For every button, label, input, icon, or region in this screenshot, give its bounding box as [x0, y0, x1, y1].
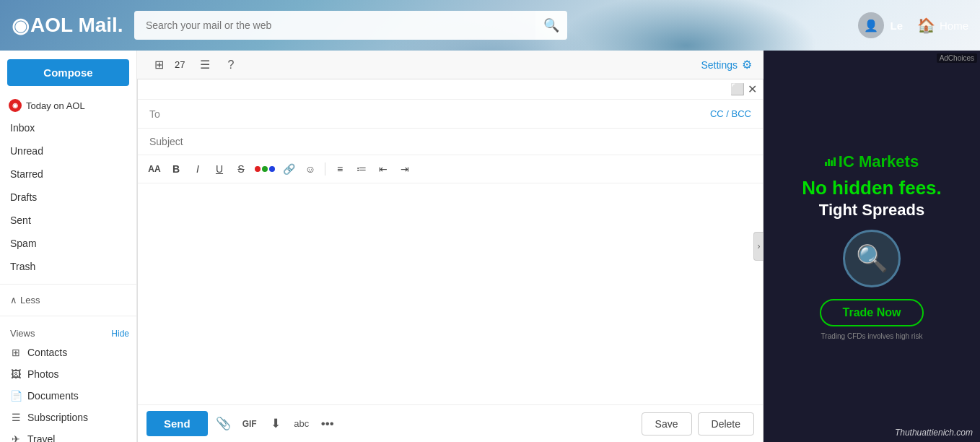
compose-button[interactable]: Compose: [7, 59, 129, 86]
trash-label: Trash: [10, 261, 35, 272]
ic-markets-bar-icon: [825, 157, 836, 166]
views-label: Views: [10, 328, 35, 339]
header: ◉ AOL Mail. 🔍 👤 Le 🏠 Home: [0, 0, 980, 51]
compose-footer: Send 📎 GIF ⬇ abc ••• Save Delete: [138, 404, 763, 442]
travel-icon: ✈: [10, 433, 22, 442]
chevron-up-icon: ∧: [10, 295, 17, 306]
toolbar-row: ⊞ 27 ☰ ? Settings ⚙: [137, 51, 764, 79]
italic-button[interactable]: I: [188, 160, 207, 178]
sidebar-item-sent[interactable]: Sent: [0, 209, 136, 232]
toolbar-icon-list[interactable]: ☰: [195, 55, 215, 75]
compose-body[interactable]: [138, 183, 763, 404]
align-left-button[interactable]: ≡: [331, 160, 349, 178]
settings-label: Settings: [701, 59, 738, 71]
delete-button[interactable]: Delete: [698, 412, 754, 436]
sidebar-item-documents[interactable]: 📄 Documents: [0, 385, 136, 407]
home-link[interactable]: 🏠 Home: [917, 17, 968, 34]
drafts-label: Drafts: [10, 191, 37, 203]
views-header: Views Hide: [0, 322, 136, 342]
subject-input[interactable]: [149, 129, 751, 155]
sidebar-item-contacts[interactable]: ⊞ Contacts: [0, 342, 136, 363]
subscriptions-icon: ☰: [10, 412, 22, 423]
bar1: [825, 162, 827, 166]
signature-button[interactable]: abc: [292, 414, 312, 434]
photos-icon: 🖼: [10, 368, 22, 380]
sidebar-item-subscriptions[interactable]: ☰ Subscriptions: [0, 407, 136, 428]
bold-button[interactable]: B: [167, 160, 185, 178]
to-input[interactable]: [171, 103, 710, 126]
maximize-button[interactable]: ⬜: [730, 82, 745, 96]
sidebar-item-photos[interactable]: 🖼 Photos: [0, 363, 136, 385]
bar4: [834, 157, 836, 166]
toolbar-icon-help[interactable]: ?: [221, 55, 241, 75]
aol-circle-icon: ◉: [12, 14, 29, 38]
close-button[interactable]: ✕: [748, 82, 757, 96]
indent-increase-button[interactable]: ⇥: [395, 160, 414, 178]
compose-window: ⬜ ✕ To CC / BCC AA B I U S: [137, 79, 764, 442]
indent-decrease-button[interactable]: ⇤: [374, 160, 393, 178]
panel-toggle-button[interactable]: ›: [753, 232, 764, 261]
underline-button[interactable]: U: [210, 160, 229, 178]
toolbar-icon-grid[interactable]: ⊞: [149, 55, 169, 75]
contacts-label: Contacts: [27, 347, 67, 358]
subscriptions-label: Subscriptions: [27, 412, 88, 423]
search-button[interactable]: 🔍: [535, 11, 567, 40]
user-area[interactable]: 👤 Le: [858, 12, 903, 38]
strikethrough-button[interactable]: S: [232, 160, 250, 178]
unread-label: Unread: [10, 145, 43, 157]
today-aol-label: Today on AOL: [26, 100, 85, 111]
sidebar-item-today-aol[interactable]: ◉ Today on AOL: [0, 95, 136, 116]
ad-disclaimer: Trading CFDs involves high risk: [821, 332, 923, 340]
sidebar-item-unread[interactable]: Unread: [0, 139, 136, 162]
inbox-label: Inbox: [10, 122, 35, 134]
link-button[interactable]: 🔗: [279, 160, 298, 178]
documents-icon: 📄: [10, 390, 22, 402]
color-dot-red: [255, 166, 261, 172]
sidebar-item-trash[interactable]: Trash: [0, 255, 136, 278]
color-picker[interactable]: [253, 166, 276, 172]
sidebar-item-travel[interactable]: ✈ Travel: [0, 428, 136, 442]
search-bar: 🔍: [134, 11, 567, 40]
contacts-icon: ⊞: [10, 347, 22, 358]
emoji-button[interactable]: ☺: [301, 160, 320, 178]
attachment-icon[interactable]: 📎: [214, 414, 234, 434]
sidebar-item-inbox[interactable]: Inbox: [0, 116, 136, 139]
sidebar-item-starred[interactable]: Starred: [0, 162, 136, 186]
gif-button[interactable]: GIF: [240, 414, 260, 434]
color-dot-blue: [269, 166, 275, 172]
subject-row: [138, 129, 763, 155]
less-label: Less: [20, 295, 40, 306]
home-label: Home: [940, 20, 968, 32]
travel-label: Travel: [27, 433, 55, 442]
to-row: To CC / BCC: [138, 100, 763, 129]
insert-button[interactable]: ⬇: [266, 414, 286, 434]
aol-logo: ◉ AOL Mail.: [12, 14, 134, 38]
header-right: 👤 Le 🏠 Home: [858, 12, 968, 38]
ad-cta-button[interactable]: Trade Now: [820, 299, 924, 326]
font-size-button[interactable]: AA: [145, 160, 164, 178]
sidebar-item-drafts[interactable]: Drafts: [0, 186, 136, 209]
more-options-button[interactable]: •••: [318, 414, 338, 434]
photos-label: Photos: [27, 368, 59, 380]
send-button[interactable]: Send: [146, 411, 208, 436]
ad-container: AdChoices IC Markets No hidden fees. Tig…: [764, 51, 980, 442]
gear-icon: ⚙: [742, 58, 752, 72]
less-button[interactable]: ∧ Less: [0, 290, 136, 310]
ad-headline2: Tight Spreads: [819, 201, 924, 220]
ad-badge: AdChoices: [937, 53, 977, 63]
ad-logo: IC Markets: [825, 152, 919, 171]
hide-views-button[interactable]: Hide: [111, 329, 129, 339]
compose-controls: ⬜ ✕: [138, 79, 763, 100]
cc-bcc-button[interactable]: CC / BCC: [710, 108, 751, 119]
sidebar: Compose ◉ Today on AOL Inbox Unread Star…: [0, 51, 137, 442]
save-button[interactable]: Save: [642, 412, 692, 436]
main: Compose ◉ Today on AOL Inbox Unread Star…: [0, 51, 980, 442]
search-input[interactable]: [134, 11, 567, 40]
center-pane: ⊞ 27 ☰ ? Settings ⚙ ⬜ ✕ To CC / BCC: [137, 51, 764, 442]
starred-label: Starred: [10, 168, 43, 180]
bullet-list-button[interactable]: ≔: [352, 160, 371, 178]
sidebar-item-spam[interactable]: Spam: [0, 232, 136, 255]
bar3: [831, 160, 833, 166]
settings-button[interactable]: Settings ⚙: [701, 58, 752, 72]
format-separator-1: [325, 162, 325, 176]
